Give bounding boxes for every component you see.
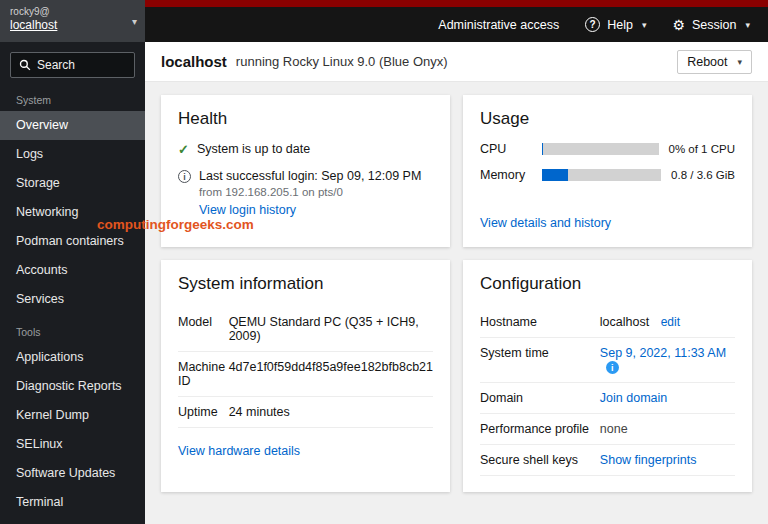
usage-card-title: Usage [480,109,735,129]
sidebar-item-software-updates[interactable]: Software Updates [0,459,145,488]
cpu-usage-row: CPU 0% of 1 CPU [480,142,735,156]
search-box[interactable] [10,52,135,78]
sidebar-item-storage[interactable]: Storage [0,169,145,198]
page-title-hostname: localhost [161,53,227,70]
gear-icon: ⚙ [672,18,685,32]
sidebar-item-logs[interactable]: Logs [0,140,145,169]
sidebar-item-kernel-dump[interactable]: Kernel Dump [0,401,145,430]
performance-profile-value: none [600,422,628,436]
hostname-edit-link[interactable]: edit [661,315,680,329]
sidebar: rocky9@ localhost ▾ System Overview Logs… [0,0,145,524]
performance-profile-label: Performance profile [480,414,600,445]
sidebar-item-networking[interactable]: Networking [0,198,145,227]
sidebar-item-overview[interactable]: Overview [0,111,145,140]
last-login-text: Last successful login: Sep 09, 12:09 PM [199,169,421,183]
administrative-access-label: Administrative access [438,18,559,32]
masthead-red-stripe [145,0,768,7]
system-information-title: System information [178,274,433,294]
machine-id-label: Machine ID [178,352,229,397]
sidebar-item-accounts[interactable]: Accounts [0,256,145,285]
cpu-label: CPU [480,142,532,156]
session-menu[interactable]: ⚙ Session ▾ [672,18,750,32]
help-menu[interactable]: ? Help ▾ [585,17,646,32]
sidebar-item-services[interactable]: Services [0,285,145,314]
nav-section-system: System [0,82,145,111]
model-label: Model [178,307,229,352]
memory-value: 0.8 / 3.6 GiB [671,169,735,181]
table-row: Secure shell keys Show fingerprints [480,445,735,476]
model-value: QEMU Standard PC (Q35 + ICH9, 2009) [229,307,433,352]
table-row: Performance profile none [480,414,735,445]
configuration-table: Hostname localhost edit System time Sep … [480,307,735,476]
view-details-history-link[interactable]: View details and history [480,216,611,230]
system-information-card: System information Model QEMU Standard P… [161,260,450,492]
updates-status-text: System is up to date [197,142,310,156]
view-login-history-link[interactable]: View login history [199,203,296,217]
chevron-down-icon: ▾ [132,16,137,27]
content-header: localhost running Rocky Linux 9.0 (Blue … [145,42,768,82]
uptime-value: 24 minutes [229,397,433,428]
last-login-detail: from 192.168.205.1 on pts/0 [199,186,421,198]
reboot-button[interactable]: Reboot ▾ [677,50,752,74]
app: rocky9@ localhost ▾ System Overview Logs… [0,0,768,524]
configuration-card: Configuration Hostname localhost edit Sy… [463,260,752,492]
search-icon [19,59,31,71]
sidebar-item-applications[interactable]: Applications [0,343,145,372]
overview-content: Health ✓ System is up to date i Last suc… [145,82,768,524]
check-icon: ✓ [178,142,189,157]
hostname-label: Hostname [480,307,600,338]
cpu-progress-bar [542,143,659,155]
help-icon: ? [585,17,600,32]
table-row: Hostname localhost edit [480,307,735,338]
page-title-subtitle: running Rocky Linux 9.0 (Blue Onyx) [236,54,448,69]
updates-status-item: ✓ System is up to date [178,142,433,157]
search-input[interactable] [37,58,126,72]
system-information-table: Model QEMU Standard PC (Q35 + ICH9, 2009… [178,307,433,428]
memory-label: Memory [480,168,532,182]
user-host: localhost [10,18,123,32]
chevron-down-icon: ▾ [642,20,647,30]
table-row: Machine ID 4d7e1f0f59dd4f85a9fee182bfb8c… [178,352,433,397]
show-fingerprints-link[interactable]: Show fingerprints [600,453,697,467]
masthead: Administrative access ? Help ▾ ⚙ Session… [145,7,768,42]
view-hardware-details-link[interactable]: View hardware details [178,444,300,458]
chevron-down-icon: ▾ [737,57,742,67]
main-region: Administrative access ? Help ▾ ⚙ Session… [145,0,768,524]
hostname-value: localhost [600,315,649,329]
user-menu[interactable]: rocky9@ localhost ▾ [0,0,145,42]
sidebar-item-selinux[interactable]: SELinux [0,430,145,459]
health-card: Health ✓ System is up to date i Last suc… [161,95,450,247]
session-label: Session [692,18,736,32]
secure-shell-keys-label: Secure shell keys [480,445,600,476]
user-name: rocky9@ [10,6,123,17]
table-row: Uptime 24 minutes [178,397,433,428]
domain-label: Domain [480,383,600,414]
sidebar-item-podman-containers[interactable]: Podman containers [0,227,145,256]
last-login-item: i Last successful login: Sep 09, 12:09 P… [178,169,433,217]
login-info-icon: i [178,170,191,183]
health-card-title: Health [178,109,433,129]
table-row: System time Sep 9, 2022, 11:33 AM i [480,338,735,383]
info-icon: i [606,361,619,374]
memory-progress-bar [542,169,661,181]
join-domain-link[interactable]: Join domain [600,391,667,405]
reboot-label: Reboot [687,55,727,69]
sidebar-item-terminal[interactable]: Terminal [0,488,145,517]
system-time-link[interactable]: Sep 9, 2022, 11:33 AM [600,346,726,360]
nav-section-tools: Tools [0,314,145,343]
machine-id-value: 4d7e1f0f59dd4f85a9fee182bfb8cb21 [229,352,433,397]
configuration-title: Configuration [480,274,735,294]
system-time-label: System time [480,338,600,383]
administrative-access-button[interactable]: Administrative access [438,18,559,32]
table-row: Domain Join domain [480,383,735,414]
uptime-label: Uptime [178,397,229,428]
table-row: Model QEMU Standard PC (Q35 + ICH9, 2009… [178,307,433,352]
usage-card: Usage CPU 0% of 1 CPU Memory 0.8 / 3.6 G… [463,95,752,247]
cpu-value: 0% of 1 CPU [669,143,735,155]
chevron-down-icon: ▾ [745,20,750,30]
sidebar-item-diagnostic-reports[interactable]: Diagnostic Reports [0,372,145,401]
memory-usage-row: Memory 0.8 / 3.6 GiB [480,168,735,182]
help-label: Help [607,18,633,32]
